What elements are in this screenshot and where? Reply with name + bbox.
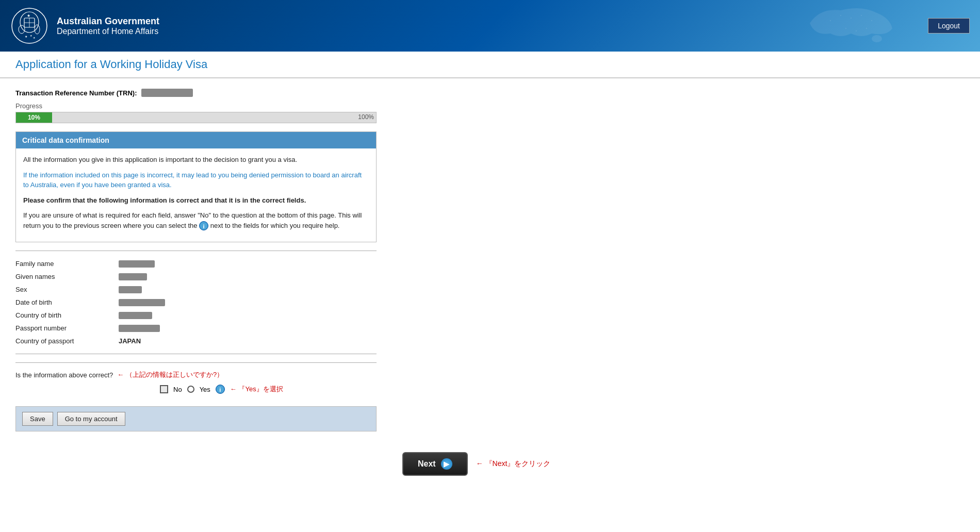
trn-label: Transaction Reference Number (TRN): [15, 89, 137, 97]
field-value-sex [119, 286, 142, 293]
svg-text:★: ★ [27, 13, 30, 18]
field-label-country-passport: Country of passport [15, 337, 119, 345]
header-text: Australian Government Department of Home… [57, 16, 159, 36]
field-value-country-passport: JAPAN [119, 337, 141, 345]
progress-bar: 10% 100% [15, 112, 377, 123]
main-content: Transaction Reference Number (TRN): Prog… [0, 78, 464, 452]
next-label: Next [418, 459, 436, 469]
svg-point-5 [19, 25, 25, 34]
page-title-bar: Application for a Working Holiday Visa [0, 52, 980, 78]
action-bar: Save Go to my account [15, 406, 377, 431]
progress-end-label: 100% [358, 113, 374, 121]
progress-label: Progress [15, 102, 449, 110]
section-para4: If you are unsure of what is required fo… [23, 210, 369, 230]
next-button[interactable]: Next ▶ [402, 452, 468, 476]
logout-button[interactable]: Logout [928, 18, 970, 34]
radio-row: No Yes i ← 『Yes』を選択 [15, 385, 377, 394]
data-fields-section: Family name Given names Sex Date of birt… [15, 251, 377, 354]
field-label-sex: Sex [15, 286, 119, 293]
question-row: Is the information above correct? ← （上記の… [15, 370, 377, 379]
progress-fill: 10% [16, 112, 52, 123]
critical-data-section: Critical data confirmation All the infor… [15, 131, 377, 242]
section-para3: Please confirm that the following inform… [23, 195, 369, 206]
section-header: Critical data confirmation [16, 132, 376, 148]
yes-label: Yes [200, 386, 210, 393]
data-row: Country of birth [15, 309, 377, 322]
field-value-country-birth [119, 312, 152, 319]
svg-text:★: ★ [33, 36, 36, 39]
svg-point-16 [871, 20, 872, 21]
data-row: Family name [15, 257, 377, 270]
field-value-family-name [119, 260, 155, 268]
svg-text:★: ★ [30, 34, 32, 37]
gov-line1: Australian Government [57, 16, 159, 27]
question-annotation: ← （上記の情報は正しいですか?） [117, 370, 223, 379]
section-para2: If the information included on this page… [23, 170, 369, 190]
svg-point-18 [856, 30, 857, 31]
next-area: Next ▶ ← 『Next』をクリック [0, 452, 980, 486]
next-arrow-icon: ▶ [441, 458, 452, 470]
svg-point-15 [861, 15, 862, 16]
data-row: Date of birth [15, 296, 377, 309]
australia-map-decoration [799, 3, 903, 44]
field-value-passport-number [119, 325, 160, 332]
section-para1: All the information you give in this app… [23, 155, 369, 165]
svg-point-11 [872, 35, 882, 42]
svg-point-12 [830, 20, 831, 21]
section-body: All the information you give in this app… [16, 148, 376, 242]
field-label-dob: Date of birth [15, 298, 119, 306]
next-annotation: ← 『Next』をクリック [476, 459, 551, 469]
no-checkbox[interactable] [160, 385, 168, 393]
progress-percent: 10% [28, 114, 40, 121]
svg-point-6 [35, 25, 40, 34]
no-label: No [173, 386, 182, 393]
section-para4-part2: next to the fields for which you require… [210, 222, 340, 229]
field-label-passport-number: Passport number [15, 324, 119, 332]
svg-point-13 [840, 15, 841, 16]
svg-point-19 [845, 28, 846, 29]
page-header: ★ ★ ★ ★ Australian Government Department… [0, 0, 980, 52]
yes-annotation: ← 『Yes』を選択 [230, 385, 283, 394]
logo-area: ★ ★ ★ ★ Australian Government Department… [10, 7, 159, 45]
svg-point-17 [866, 28, 867, 29]
data-row: Sex [15, 283, 377, 296]
data-row: Country of passport JAPAN [15, 335, 377, 347]
info-icon: i [199, 221, 208, 230]
yes-radio[interactable] [187, 386, 194, 393]
svg-text:★: ★ [25, 35, 27, 38]
go-to-account-button[interactable]: Go to my account [57, 412, 125, 426]
data-row: Given names [15, 270, 377, 283]
field-value-dob [119, 299, 165, 306]
field-value-given-names [119, 273, 147, 280]
gov-line2: Department of Home Affairs [57, 27, 159, 36]
trn-row: Transaction Reference Number (TRN): [15, 89, 449, 97]
crest-icon: ★ ★ ★ ★ [10, 7, 49, 45]
question-section: Is the information above correct? ← （上記の… [15, 362, 377, 398]
field-label-country-birth: Country of birth [15, 311, 119, 319]
page-title: Application for a Working Holiday Visa [15, 58, 965, 71]
save-button[interactable]: Save [22, 412, 53, 426]
field-label-family-name: Family name [15, 260, 119, 268]
yes-info-icon[interactable]: i [216, 385, 225, 394]
field-label-given-names: Given names [15, 273, 119, 280]
trn-value [141, 89, 193, 97]
svg-point-14 [851, 18, 852, 19]
question-label: Is the information above correct? [15, 371, 113, 379]
data-row: Passport number [15, 322, 377, 335]
